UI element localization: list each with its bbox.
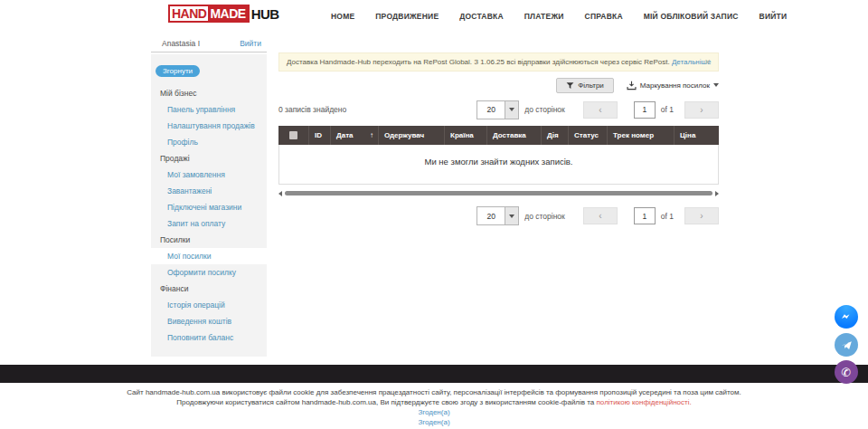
sidebar: Anastasia I Вийти Згорнути Мій бізнес Па… — [151, 34, 267, 357]
banner-text: Доставка Handmade-Hub переходить на RePo… — [287, 58, 711, 66]
banner-message: Доставка Handmade-Hub переходить на RePo… — [287, 58, 672, 66]
sidebar-item-my-orders[interactable]: Мої замовлення — [151, 167, 267, 183]
toolbar: Фільтри Маркування посилок — [278, 77, 719, 93]
agree-link-2[interactable]: Згоден(а) — [0, 417, 868, 427]
nav-my-account[interactable]: МІЙ ОБЛІКОВИЙ ЗАПИС — [644, 12, 739, 21]
nav-payments[interactable]: ПЛАТЕЖИ — [524, 12, 564, 21]
table-header-row: ID Дата ↑ Одержувач Країна Доставка Дія … — [278, 126, 719, 145]
prev-page-button[interactable]: ‹ — [583, 101, 618, 119]
telegram-button[interactable] — [835, 333, 858, 357]
sidebar-section-my-business: Мій бізнес — [151, 85, 267, 101]
select-caret-box — [505, 207, 518, 224]
cookie-text-line1: Сайт handmade-hub.com.ua використовує фа… — [0, 388, 868, 398]
sidebar-item-profile[interactable]: Профіль — [151, 134, 267, 150]
pagination-top: 20 до сторінок ‹ of 1 › — [476, 100, 719, 119]
column-header-id[interactable]: ID — [308, 126, 330, 145]
nav-delivery[interactable]: ДОСТАВКА — [459, 12, 503, 21]
close-icon[interactable]: × — [705, 57, 711, 67]
main-content: Доставка Handmade-Hub переходить на RePo… — [278, 52, 719, 225]
parcels-table: ID Дата ↑ Одержувач Країна Доставка Дія … — [278, 126, 719, 185]
sidebar-item-uploaded[interactable]: Завантажені — [151, 183, 267, 199]
page-number-input[interactable] — [634, 101, 656, 119]
logo-badge: HAND MADE — [168, 5, 250, 23]
select-caret-box — [505, 101, 518, 119]
collapse-button[interactable]: Згорнути — [156, 65, 200, 77]
column-header-delivery[interactable]: Доставка — [486, 126, 541, 145]
filters-button[interactable]: Фільтри — [556, 78, 614, 93]
sidebar-logout-link[interactable]: Вийти — [240, 39, 261, 48]
telegram-plane-icon — [840, 338, 854, 352]
per-page-label: до сторінок — [524, 105, 565, 114]
per-page-select[interactable]: 20 — [476, 100, 519, 119]
filters-button-label: Фільтри — [578, 81, 604, 90]
page-of-label: of 1 — [661, 105, 674, 114]
per-page-label: до сторінок — [524, 212, 565, 221]
sidebar-panel: Згорнути Мій бізнес Панель управління На… — [151, 54, 267, 357]
viber-phone-icon: ✆ — [842, 367, 852, 378]
nav-help[interactable]: СПРАВКА — [585, 12, 623, 21]
parcel-marking-button[interactable]: Маркування посилок — [627, 81, 719, 91]
column-header-status[interactable]: Статус — [568, 126, 607, 145]
viber-button[interactable]: ✆ — [835, 360, 858, 384]
logo-hand-text: HAND — [170, 6, 208, 21]
scroll-left-arrow-icon[interactable] — [278, 191, 282, 196]
column-header-country[interactable]: Країна — [444, 126, 486, 145]
agree-link-1[interactable]: Згоден(а) — [0, 407, 868, 417]
column-header-recipient[interactable]: Одержувач — [378, 126, 444, 145]
sidebar-item-payment-request[interactable]: Запит на оплату — [151, 215, 267, 232]
pagination-bottom-row: 20 до сторінок ‹ of 1 › — [278, 206, 719, 225]
sidebar-item-connected-shops[interactable]: Підключені магазини — [151, 199, 267, 215]
page-of-label: of 1 — [661, 212, 674, 221]
horizontal-scrollbar — [278, 190, 719, 196]
prev-page-button-bottom[interactable]: ‹ — [583, 207, 618, 224]
cookie-text-line2: Продовжуючи користуватися сайтом handmad… — [0, 398, 868, 408]
privacy-policy-link[interactable]: політикою конфіденційності. — [597, 398, 692, 406]
sidebar-section-finance: Фінанси — [151, 281, 267, 297]
sidebar-item-create-parcel[interactable]: Оформити посилку — [151, 264, 267, 281]
chevron-down-icon — [713, 83, 719, 87]
sidebar-item-sales-settings[interactable]: Налаштування продажів — [151, 118, 267, 134]
select-all-checkbox[interactable] — [289, 131, 297, 139]
scroll-right-arrow-icon[interactable] — [715, 191, 719, 196]
next-page-button-bottom[interactable]: › — [684, 207, 719, 224]
sidebar-item-top-up-balance[interactable]: Поповнити баланс — [151, 329, 267, 346]
messenger-button[interactable] — [835, 305, 858, 329]
sort-asc-icon: ↑ — [370, 131, 373, 139]
top-header: HAND MADE HUB HOME ПРОДВИЖЕНИЕ ДОСТАВКА … — [0, 0, 868, 33]
main-nav: HOME ПРОДВИЖЕНИЕ ДОСТАВКА ПЛАТЕЖИ СПРАВК… — [331, 0, 787, 33]
user-row: Anastasia I Вийти — [151, 34, 267, 52]
records-found-text: 0 записів знайдено — [278, 105, 346, 114]
column-header-track-number[interactable]: Трек номер — [607, 126, 674, 145]
column-header-action[interactable]: Дія — [541, 126, 568, 145]
sidebar-item-dashboard[interactable]: Панель управління — [151, 101, 267, 118]
chevron-down-icon — [509, 108, 514, 111]
sidebar-item-withdraw-funds[interactable]: Виведення коштів — [151, 313, 267, 329]
per-page-select-bottom[interactable]: 20 — [476, 206, 519, 225]
next-page-button[interactable]: › — [684, 101, 719, 119]
nav-promotion[interactable]: ПРОДВИЖЕНИЕ — [375, 12, 439, 21]
nav-home[interactable]: HOME — [331, 12, 354, 21]
select-all-cell — [278, 126, 308, 145]
column-header-date-label: Дата — [336, 131, 354, 139]
per-page-value: 20 — [477, 207, 505, 224]
sidebar-section-parcels: Посилки — [151, 232, 267, 248]
column-header-price[interactable]: Ціна — [674, 126, 719, 145]
user-name: Anastasia I — [162, 39, 200, 48]
scrollbar-thumb[interactable] — [285, 191, 712, 195]
column-header-date[interactable]: Дата ↑ — [330, 126, 378, 145]
sidebar-item-operation-history[interactable]: Історія операцій — [151, 297, 267, 313]
per-page-value: 20 — [477, 101, 505, 119]
pagination-bottom: 20 до сторінок ‹ of 1 › — [476, 206, 719, 225]
logo-made-text: MADE — [208, 6, 247, 21]
download-tray-icon — [627, 81, 637, 91]
handmade-hub-logo[interactable]: HAND MADE HUB — [168, 5, 279, 23]
logo-hub-text: HUB — [251, 6, 279, 22]
table-body: Ми не змогли знайти жодних записів. — [278, 145, 719, 185]
footer-dark-bar — [0, 365, 868, 383]
sidebar-item-my-parcels[interactable]: Мої посилки — [151, 248, 267, 264]
nav-logout[interactable]: ВИЙТИ — [760, 12, 788, 21]
parcel-marking-label: Маркування посилок — [640, 81, 710, 90]
chevron-down-icon — [509, 214, 514, 218]
page-number-input-bottom[interactable] — [634, 207, 656, 224]
sidebar-section-sales: Продажі — [151, 150, 267, 167]
